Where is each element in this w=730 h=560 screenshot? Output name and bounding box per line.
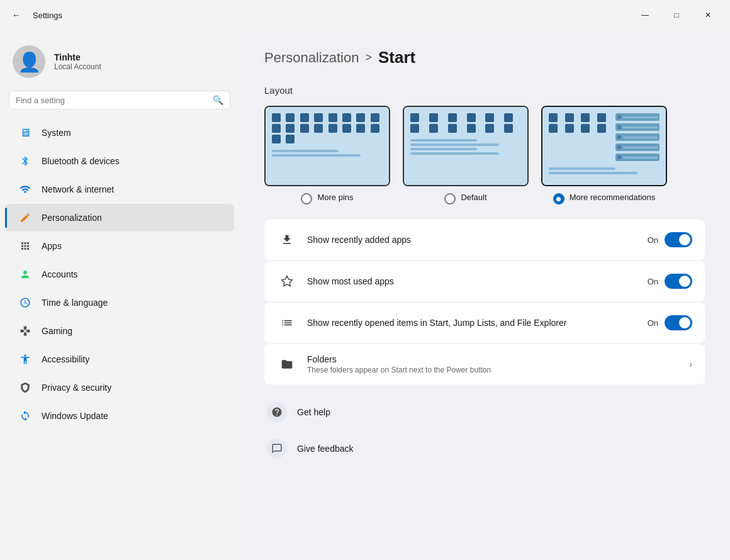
chevron-right-icon: › (689, 359, 692, 369)
sidebar-item-network[interactable]: Network & internet (5, 176, 234, 203)
preview-inner-more-recs (542, 107, 666, 185)
give-feedback-label: Give feedback (297, 444, 354, 454)
toggle-recently-added[interactable] (665, 232, 692, 247)
radio-more-pins[interactable] (301, 193, 312, 204)
sidebar-label-system: System (42, 128, 71, 138)
preview-recs (549, 113, 660, 161)
pin (597, 113, 606, 122)
row-recently-opened[interactable]: Show recently opened items in Start, Jum… (264, 303, 705, 343)
pin (328, 124, 337, 133)
radio-more-recs[interactable] (553, 193, 564, 204)
row-controls-recently-added: On (648, 232, 692, 247)
time-icon (18, 295, 33, 310)
sidebar-item-privacy[interactable]: Privacy & security (5, 374, 234, 401)
user-profile[interactable]: 👤 Tinhte Local Account (0, 38, 239, 91)
preview-line (272, 154, 361, 157)
pin (581, 124, 590, 133)
search-input[interactable] (16, 96, 208, 105)
row-recently-added[interactable]: Show recently added apps On (264, 220, 705, 260)
sidebar-item-accounts[interactable]: Accounts (5, 260, 234, 288)
rec-dot (617, 155, 621, 159)
avatar: 👤 (13, 45, 45, 78)
preview-line (549, 172, 637, 174)
layout-preview-more-recs[interactable] (541, 106, 667, 186)
sidebar-item-update[interactable]: Windows Update (5, 402, 234, 430)
row-most-used[interactable]: Show most used apps On (264, 261, 705, 301)
toggle-recently-opened[interactable] (665, 315, 692, 330)
accessibility-icon (18, 352, 33, 367)
gaming-icon (18, 323, 33, 339)
pin (272, 135, 281, 143)
search-box[interactable]: 🔍 (9, 91, 230, 109)
bluetooth-icon (18, 154, 33, 169)
row-content-most-used: Show most used apps (307, 276, 637, 286)
pin (286, 135, 295, 143)
help-give-feedback[interactable]: Give feedback (264, 431, 705, 466)
sidebar-item-time[interactable]: Time & language (5, 289, 234, 316)
radio-label-default: Default (461, 193, 486, 203)
minimize-button[interactable]: — (631, 5, 660, 25)
sidebar-label-bluetooth: Bluetooth & devices (42, 156, 120, 166)
sidebar-label-apps: Apps (42, 241, 62, 251)
pin (300, 113, 309, 122)
close-button[interactable]: ✕ (694, 5, 722, 25)
user-name: Tinhte (54, 52, 101, 62)
pin (342, 124, 351, 133)
pin (371, 124, 379, 133)
sidebar-label-personalization: Personalization (42, 213, 102, 223)
rec-item (615, 123, 660, 131)
sidebar-item-personalization[interactable]: Personalization (5, 204, 234, 232)
sidebar-label-accessibility: Accessibility (42, 354, 89, 364)
rec-item (615, 113, 660, 121)
system-icon: 🖥 (18, 125, 33, 140)
app-container: 👤 Tinhte Local Account 🔍 🖥 System Bluet (0, 30, 730, 560)
sidebar-label-time: Time & language (42, 298, 108, 308)
toggle-most-used[interactable] (665, 274, 692, 289)
preview-inner-more-pins (266, 107, 389, 185)
rec-line (623, 116, 658, 118)
preview-line (410, 143, 499, 146)
rec-item (615, 143, 660, 151)
user-type: Local Account (54, 62, 101, 71)
sidebar-item-apps[interactable]: Apps (5, 232, 234, 260)
row-subtitle-folders: These folders appear on Start next to th… (307, 366, 679, 374)
preview-grid-default (410, 113, 521, 133)
sidebar-item-system[interactable]: 🖥 System (5, 119, 234, 147)
layout-preview-more-pins[interactable] (264, 106, 390, 186)
preview-lines-recs (549, 167, 660, 174)
sidebar-item-gaming[interactable]: Gaming (5, 317, 234, 345)
preview-lines-default (410, 139, 521, 155)
breadcrumb: Personalization > Start (264, 48, 705, 67)
sidebar: 👤 Tinhte Local Account 🔍 🖥 System Bluet (0, 30, 239, 560)
preview-grid-recs (549, 113, 612, 133)
row-content-recently-added: Show recently added apps (307, 235, 637, 245)
apps-icon (18, 238, 33, 254)
pin (286, 124, 295, 133)
sidebar-label-privacy: Privacy & security (42, 383, 111, 393)
give-feedback-icon (267, 439, 287, 459)
radio-default[interactable] (444, 193, 456, 204)
rec-dot (617, 125, 621, 129)
maximize-button[interactable]: □ (662, 5, 691, 25)
row-controls-folders: › (689, 359, 692, 369)
pin (328, 113, 337, 122)
sidebar-label-update: Windows Update (42, 411, 108, 421)
pin (356, 124, 365, 133)
pin (314, 113, 323, 122)
pin (549, 113, 558, 122)
radio-label-more-pins: More pins (317, 193, 353, 203)
row-folders[interactable]: Folders These folders appear on Start ne… (264, 344, 705, 384)
sidebar-item-accessibility[interactable]: Accessibility (5, 345, 234, 373)
layout-option-more-recs[interactable]: More recommendations (541, 106, 667, 204)
layout-option-default[interactable]: Default (403, 106, 529, 204)
row-title-recently-opened: Show recently opened items in Start, Jum… (307, 318, 637, 328)
help-get-help[interactable]: Get help (264, 395, 705, 430)
breadcrumb-parent[interactable]: Personalization (264, 50, 359, 66)
back-button[interactable]: ← (8, 6, 25, 24)
sidebar-item-bluetooth[interactable]: Bluetooth & devices (5, 147, 234, 175)
layout-option-more-pins[interactable]: More pins (264, 106, 390, 204)
app-title: Settings (33, 11, 62, 20)
row-title-folders: Folders (307, 354, 679, 364)
sidebar-label-network: Network & internet (42, 184, 114, 194)
layout-preview-default[interactable] (403, 106, 529, 186)
